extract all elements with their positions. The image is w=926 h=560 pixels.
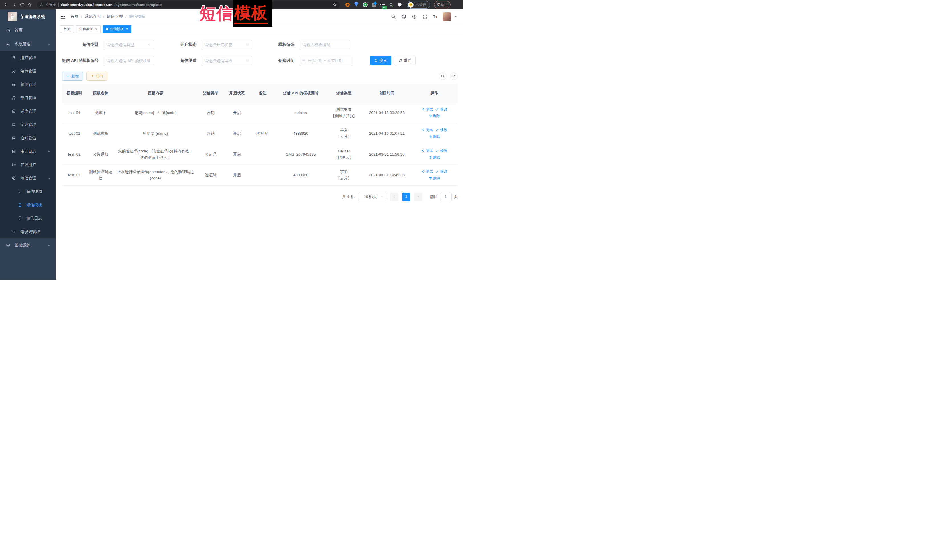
action-测试-link[interactable]: 测试 [421,106,433,112]
action-测试-link[interactable]: 测试 [421,127,433,133]
menu-tree-icon [12,82,16,87]
bookmark-star-icon[interactable] [333,3,337,7]
tag-首页[interactable]: 首页 [60,25,74,33]
input-模板编码[interactable] [299,40,350,49]
app-header: 首页/系统管理/短信管理/短信模板 TT [56,9,463,24]
close-icon[interactable]: × [95,27,97,31]
sidebar-item-首页[interactable]: 首页 [0,24,56,37]
action-删除-link[interactable]: 删除 [429,175,440,181]
select-开启状态[interactable] [201,40,252,49]
sidebar-item-短信模板[interactable]: 短信模板 [0,198,56,211]
start-date-placeholder[interactable]: 开始日期 [307,58,322,63]
select-短信类型[interactable] [103,40,154,49]
breadcrumb-item[interactable]: 短信管理 [107,14,123,19]
reset-button[interactable]: 重置 [394,56,416,65]
filter-label: 短信类型 [62,42,98,47]
goto-page-input[interactable] [440,193,452,201]
grid-extension-icon[interactable] [371,2,377,8]
collapse-sidebar-icon[interactable] [60,14,66,20]
orange-ring-extension-icon[interactable] [345,2,350,8]
action-删除-link[interactable]: 删除 [429,134,440,140]
action-修改-link[interactable]: 修改 [436,168,448,174]
reload-icon[interactable] [18,2,25,8]
user-avatar[interactable] [443,12,451,21]
sidebar-item-错误码管理[interactable]: 错误码管理 [0,225,56,238]
browser-toolbar: 不安全 dashboard.yudao.iocoder.cn/system/sm… [0,0,463,9]
kebab-menu-icon[interactable] [446,3,448,6]
sidebar-item-短信日志[interactable]: 短信日志 [0,211,56,225]
action-测试-link[interactable]: 测试 [421,168,433,174]
fullscreen-icon[interactable] [422,14,428,19]
sidebar-item-在线用户[interactable]: 在线用户 [0,158,56,172]
search-button[interactable]: 搜索 [370,56,391,65]
avatar-caret-down-icon[interactable] [454,15,457,18]
back-icon[interactable] [2,2,9,8]
app-logo-row[interactable]: 芋道管理系统 [0,9,56,24]
tag-label: 短信模板 [110,27,124,32]
browser-update-button[interactable]: 更新 [434,1,451,8]
sidebar-item-通知公告[interactable]: 通知公告 [0,131,56,145]
search-icon[interactable] [391,14,396,19]
table-row: test-04测试下老鸡{name}，牛逼{code}营销开启suibian测试… [62,103,458,123]
action-label: 删除 [433,134,440,140]
table-cell-actions: 测试修改删除 [411,165,458,186]
download-icon [91,74,94,78]
action-修改-link[interactable]: 修改 [436,106,448,112]
font-size-icon[interactable]: TT [433,15,437,19]
table-cell: 验证码 [197,165,225,186]
sidebar-item-角色管理[interactable]: 角色管理 [0,64,56,78]
end-date-placeholder[interactable]: 结束日期 [327,58,342,63]
filter-label: 模板编码 [278,42,294,47]
sidebar-item-部门管理[interactable]: 部门管理 [0,91,56,104]
refresh-table-button[interactable] [450,72,458,80]
channel-line: 【调试(钉钉)】 [327,113,360,119]
forward-icon[interactable] [10,2,17,8]
action-删除-link[interactable]: 删除 [429,154,440,160]
puzzle-extensions-icon[interactable] [397,2,402,7]
prev-page-button[interactable] [390,193,398,201]
action-修改-link[interactable]: 修改 [436,127,448,133]
page-number-1[interactable]: 1 [402,193,410,201]
sidebar-item-用户管理[interactable]: 用户管理 [0,51,56,64]
phone-icon [18,189,22,194]
tag-短信模板[interactable]: 短信模板× [103,25,132,33]
gem-extension-icon[interactable] [354,2,359,8]
page-size-select[interactable]: 10条/页 [358,193,386,201]
sidebar-item-基础设施[interactable]: 基础设施 [0,238,56,252]
date-range-picker[interactable]: 开始日期-结束日期 [299,56,353,65]
browser-profile-chip[interactable]: 已暂停 [407,1,430,9]
sidebar-item-短信渠道[interactable]: 短信渠道 [0,185,56,198]
add-button[interactable]: 新增 [62,72,83,81]
breadcrumb-item[interactable]: 首页 [70,14,79,19]
home-icon[interactable] [26,2,33,8]
channel-line: 【云片】 [327,175,360,181]
help-icon[interactable] [412,14,417,19]
tag-短信渠道[interactable]: 短信渠道× [76,25,101,33]
chevron-down-icon [47,150,50,153]
share-icon [421,128,425,131]
show-search-button[interactable] [439,72,446,80]
sidebar-item-系统管理[interactable]: 系统管理 [0,37,56,51]
sidebar-item-岗位管理[interactable]: 岗位管理 [0,104,56,118]
github-icon[interactable] [401,14,406,19]
list-extension-icon[interactable]: on [380,2,385,8]
sidebar-item-菜单管理[interactable]: 菜单管理 [0,78,56,91]
export-button[interactable]: 导出 [86,72,107,81]
action-修改-link[interactable]: 修改 [436,148,448,154]
next-page-button[interactable] [414,193,422,201]
select-短信渠道[interactable] [201,56,252,65]
sidebar-item-审计日志[interactable]: 审计日志 [0,145,56,158]
table-cell: test_02 [62,144,87,165]
action-删除-link[interactable]: 删除 [429,113,440,119]
address-bar[interactable]: 不安全 dashboard.yudao.iocoder.cn/system/sm… [37,2,340,8]
input-短信 API 的模板编号[interactable] [103,56,154,65]
action-label: 修改 [440,168,448,174]
sidebar-item-短信管理[interactable]: 短信管理 [0,172,56,185]
table-row: test_02公告通知您的验证码{code}，该验证码5分钟内有效，请勿泄漏于他… [62,144,458,165]
sidebar-item-字典管理[interactable]: 字典管理 [0,118,56,131]
close-icon[interactable]: × [126,27,128,31]
magnifier-extension-icon[interactable] [389,3,393,7]
y-extension-icon[interactable]: y [363,2,368,8]
action-测试-link[interactable]: 测试 [421,148,433,154]
breadcrumb-item[interactable]: 系统管理 [85,14,101,19]
